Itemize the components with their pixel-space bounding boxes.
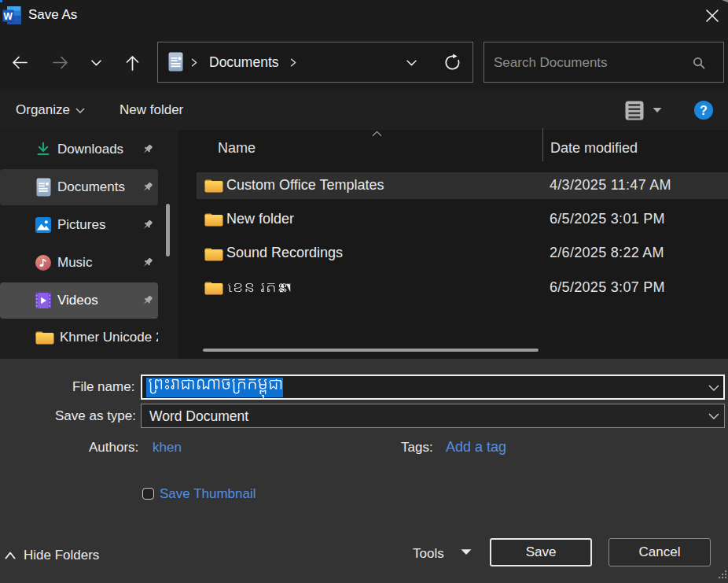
svg-text:W: W	[3, 11, 13, 22]
svg-text:?: ?	[700, 104, 708, 117]
